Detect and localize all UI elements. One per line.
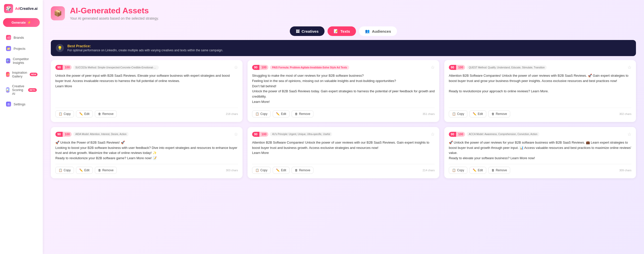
action-buttons: 📋 Copy ✏️ Edit 🗑 Remove xyxy=(449,167,510,174)
page-subtitle: Your AI generated assets based on the se… xyxy=(70,16,159,20)
sidebar-item-competitor[interactable]: 🔍 Competitor Insights xyxy=(2,55,41,67)
score-badge: 90 100 xyxy=(449,132,465,137)
remove-button[interactable]: 🗑 Remove xyxy=(95,167,117,174)
card-meta: 90 100 AIDA Model: Attention, Interest, … xyxy=(55,132,129,137)
page-header: 📦 AI-Generated Assets Your AI generated … xyxy=(43,0,644,24)
star-button[interactable]: ☆ xyxy=(431,65,435,70)
card-meta: 90 100 QUEST Method: Qualify, Understand… xyxy=(449,65,547,70)
best-practice-icon: 💡 xyxy=(56,44,64,52)
edit-button[interactable]: ✏️ Edit xyxy=(273,110,290,117)
generate-icon: ⚡ xyxy=(27,21,31,24)
page-header-text: AI-Generated Assets Your AI generated as… xyxy=(70,6,159,20)
audiences-icon: 👥 xyxy=(365,29,370,33)
copy-icon: 📋 xyxy=(452,168,456,172)
char-count: 351 chars xyxy=(423,112,435,115)
cards-scroll-area[interactable]: 90 100 SUCCESs Method: Simple-Unexpected… xyxy=(43,60,644,254)
copy-button[interactable]: 📋 Copy xyxy=(252,110,271,117)
card-card-1: 90 100 SUCCESs Method: Simple-Unexpected… xyxy=(51,60,243,122)
card-body: Struggling to make the most of user revi… xyxy=(252,73,435,105)
star-button[interactable]: ☆ xyxy=(234,65,238,70)
card-body: 🚀 Unlock the Power of B2B SaaS Reviews! … xyxy=(55,140,238,161)
card-card-4: 90 100 AIDA Model: Attention, Interest, … xyxy=(51,127,243,178)
edit-icon: ✏️ xyxy=(276,168,280,172)
card-meta: 90 100 4U's Principle: Urgent, Unique, U… xyxy=(252,132,332,137)
edit-button[interactable]: ✏️ Edit xyxy=(273,167,290,174)
star-button[interactable]: ☆ xyxy=(234,132,238,137)
edit-button[interactable]: ✏️ Edit xyxy=(76,167,93,174)
copy-button[interactable]: 📋 Copy xyxy=(252,167,271,174)
sidebar-item-settings[interactable]: ⚙ Settings xyxy=(2,99,41,109)
char-count: 214 chars xyxy=(423,169,435,172)
action-buttons: 📋 Copy ✏️ Edit 🗑 Remove xyxy=(252,167,313,174)
sidebar: 🎲 AdCreative.ai Generate ⚡ 🏷 Brands 📁 Pr… xyxy=(0,0,43,254)
score-value: 90 xyxy=(252,132,259,137)
creatives-icon: 🖼 xyxy=(296,29,300,33)
tab-texts[interactable]: 📝 Texts xyxy=(328,26,356,36)
edit-icon: ✏️ xyxy=(473,168,476,172)
remove-label: Remove xyxy=(102,112,114,116)
scoring-icon: 📊 xyxy=(6,88,10,93)
remove-button[interactable]: 🗑 Remove xyxy=(292,110,314,117)
copy-label: Copy xyxy=(457,112,464,116)
sidebar-item-inspiration[interactable]: ✨ Inspiration Gallery NEW xyxy=(2,68,41,81)
competitor-icon: 🔍 xyxy=(6,58,10,63)
card-actions: 📋 Copy ✏️ Edit 🗑 Remove 302 chars xyxy=(449,108,631,117)
sidebar-item-brands[interactable]: 🏷 Brands xyxy=(2,32,41,43)
card-tag: 4U's Principle: Urgent, Unique, Ultra-sp… xyxy=(270,132,332,136)
char-count: 302 chars xyxy=(619,112,631,115)
card-body: 🚀 Unlock the power of user reviews for y… xyxy=(449,140,631,161)
copy-label: Copy xyxy=(260,168,267,172)
remove-button[interactable]: 🗑 Remove xyxy=(292,167,314,174)
score-badge: 90 100 xyxy=(55,65,72,70)
tab-texts-label: Texts xyxy=(340,29,350,33)
card-tag: PAIS Formula: Problem-Agitate-Invalidate… xyxy=(270,65,349,70)
copy-button[interactable]: 📋 Copy xyxy=(55,110,74,117)
generate-button[interactable]: Generate ⚡ xyxy=(3,18,40,27)
edit-label: Edit xyxy=(478,168,483,172)
score-max: 100 xyxy=(259,132,268,137)
score-max: 100 xyxy=(259,65,268,70)
sidebar-item-competitor-label: Competitor Insights xyxy=(13,57,37,65)
copy-label: Copy xyxy=(64,112,71,116)
tabs-row: 🖼 Creatives 📝 Texts 👥 Audiences xyxy=(43,24,644,40)
remove-button[interactable]: 🗑 Remove xyxy=(488,167,510,174)
score-value: 90 xyxy=(449,65,456,70)
copy-button[interactable]: 📋 Copy xyxy=(55,167,74,174)
sidebar-item-scoring[interactable]: 📊 Creative Scoring AI BETA xyxy=(2,82,41,98)
card-header: 90 100 PAIS Formula: Problem-Agitate-Inv… xyxy=(252,65,435,70)
star-button[interactable]: ☆ xyxy=(431,132,435,137)
star-button[interactable]: ☆ xyxy=(627,65,631,70)
score-max: 100 xyxy=(63,132,72,137)
copy-icon: 📋 xyxy=(452,112,456,116)
copy-label: Copy xyxy=(260,112,267,116)
best-practice-description: For optimal performance on LinkedIn, cre… xyxy=(67,49,223,52)
action-buttons: 📋 Copy ✏️ Edit 🗑 Remove xyxy=(55,110,117,117)
card-header: 90 100 QUEST Method: Qualify, Understand… xyxy=(449,65,631,70)
tab-creatives-label: Creatives xyxy=(302,29,319,33)
sidebar-item-settings-label: Settings xyxy=(14,102,25,106)
remove-label: Remove xyxy=(299,112,310,116)
brands-icon: 🏷 xyxy=(6,35,11,40)
card-body: Attention B2B Software Companies! Unlock… xyxy=(252,140,435,161)
sidebar-item-projects[interactable]: 📁 Projects xyxy=(2,44,41,54)
copy-icon: 📋 xyxy=(59,112,62,116)
edit-icon: ✏️ xyxy=(79,168,83,172)
edit-button[interactable]: ✏️ Edit xyxy=(469,110,486,117)
edit-label: Edit xyxy=(281,112,286,116)
remove-button[interactable]: 🗑 Remove xyxy=(95,110,117,117)
card-card-5: 90 100 4U's Principle: Urgent, Unique, U… xyxy=(248,127,439,178)
star-button[interactable]: ☆ xyxy=(627,132,631,137)
inspiration-badge: NEW xyxy=(30,73,37,76)
tab-creatives[interactable]: 🖼 Creatives xyxy=(290,26,325,36)
edit-button[interactable]: ✏️ Edit xyxy=(76,110,93,117)
copy-button[interactable]: 📋 Copy xyxy=(449,167,467,174)
sidebar-item-brands-label: Brands xyxy=(14,36,24,39)
copy-button[interactable]: 📋 Copy xyxy=(449,110,467,117)
tab-audiences[interactable]: 👥 Audiences xyxy=(359,26,397,36)
edit-label: Edit xyxy=(281,168,286,172)
main-content: 📦 AI-Generated Assets Your AI generated … xyxy=(43,0,644,254)
remove-icon: 🗑 xyxy=(98,168,101,172)
remove-button[interactable]: 🗑 Remove xyxy=(488,110,510,117)
char-count: 303 chars xyxy=(226,169,238,172)
edit-button[interactable]: ✏️ Edit xyxy=(469,167,486,174)
